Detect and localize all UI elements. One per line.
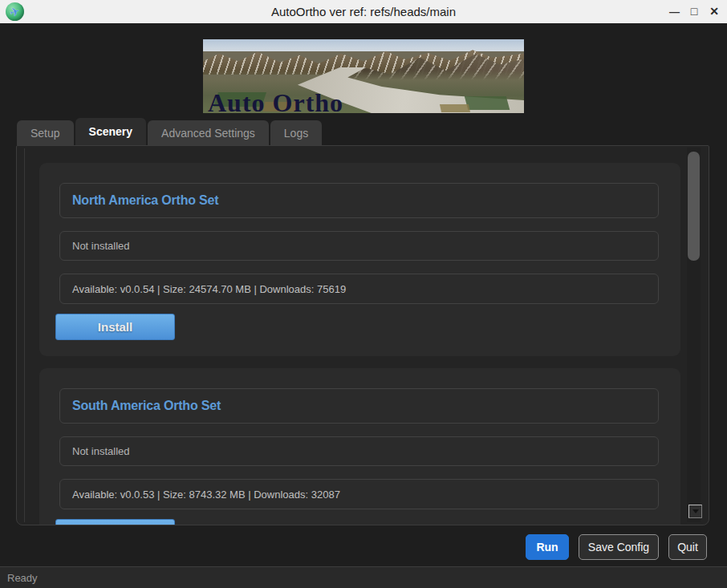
window-controls: — □ ✕ [668,0,720,23]
window-title: AutoOrtho ver ref: refs/heads/main [271,5,456,18]
tab-advanced-settings[interactable]: Advanced Settings [148,120,269,145]
scenery-availability-box: Available: v0.0.54 | Size: 24574.70 MB |… [59,274,659,304]
banner-sky [203,39,524,51]
scenery-status: Not installed [72,445,130,457]
scenery-status-box: Not installed [59,436,659,466]
status-message: Ready [7,572,38,584]
scroll-down-button[interactable] [688,505,702,518]
run-button[interactable]: Run [526,534,569,560]
scenery-availability-box: Available: v0.0.53 | Size: 8743.32 MB | … [59,479,659,509]
scenery-title: North America Ortho Set [72,193,218,208]
banner-field [440,104,470,112]
scenery-card-south-america: South America Ortho Set Not installed Av… [39,368,680,525]
app-icon: ✈ [6,2,24,21]
tab-bar: Setup Scenery Advanced Settings Logs [17,118,322,145]
scenery-status: Not installed [72,240,130,252]
title-bar[interactable]: ✈ AutoOrtho ver ref: refs/heads/main — □… [0,0,727,23]
scenery-panel: North America Ortho Set Not installed Av… [16,145,709,525]
vertical-scrollbar[interactable] [687,148,701,522]
install-button[interactable]: Install [55,519,175,525]
install-button[interactable]: Install [55,314,175,340]
airplane-globe-icon: ✈ [8,4,22,18]
scenery-title-box: North America Ortho Set [59,183,659,218]
tab-logs[interactable]: Logs [270,120,322,145]
banner-field [465,96,510,110]
minimize-icon[interactable]: — [668,0,680,23]
chevron-down-icon [692,509,699,513]
scenery-availability: Available: v0.0.54 | Size: 24574.70 MB |… [72,283,346,295]
quit-button[interactable]: Quit [668,534,707,560]
scenery-title-box: South America Ortho Set [59,388,659,424]
status-bar: Ready [0,567,727,588]
scenery-title: South America Ortho Set [72,399,221,413]
scenery-status-box: Not installed [59,231,659,261]
save-config-button[interactable]: Save Config [579,534,659,560]
tab-setup[interactable]: Setup [17,120,74,145]
tab-scenery[interactable]: Scenery [75,118,146,145]
scenery-card-north-america: North America Ortho Set Not installed Av… [39,163,680,356]
scrollbar-thumb[interactable] [688,152,700,261]
maximize-icon[interactable]: □ [688,0,700,23]
scroll-viewport-edge [24,148,25,522]
banner-image: Auto Ortho [203,39,524,113]
banner-logo-text: Auto Ortho [208,88,343,113]
close-icon[interactable]: ✕ [709,0,720,23]
scenery-availability: Available: v0.0.53 | Size: 8743.32 MB | … [72,489,340,501]
